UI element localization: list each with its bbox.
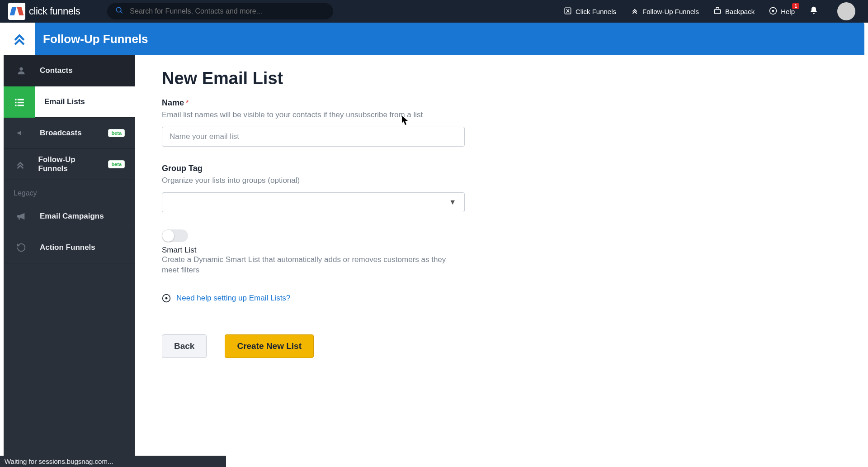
help-icon bbox=[769, 7, 777, 16]
top-bar: click funnels Click Funnels Follow-Up Fu… bbox=[0, 0, 868, 23]
sidebar-followup-label: Follow-Up Funnels bbox=[38, 155, 100, 173]
nav-backpack[interactable]: Backpack bbox=[713, 7, 755, 16]
notifications-bell-icon[interactable] bbox=[809, 6, 818, 17]
sidebar-item-contacts[interactable]: Contacts bbox=[4, 55, 135, 86]
svg-rect-4 bbox=[15, 99, 16, 100]
svg-rect-6 bbox=[15, 101, 16, 103]
sidebar-item-followup[interactable]: Follow-Up Funnels beta bbox=[4, 149, 135, 180]
page-header-title: Follow-Up Funnels bbox=[43, 32, 148, 46]
page-title: New Email List bbox=[162, 69, 605, 88]
button-row: Back Create New List bbox=[162, 334, 605, 358]
user-icon bbox=[14, 66, 29, 76]
name-input[interactable] bbox=[162, 127, 465, 147]
svg-point-2 bbox=[772, 10, 774, 12]
svg-rect-9 bbox=[17, 105, 24, 106]
chevrons-up-icon bbox=[14, 159, 28, 169]
group-tag-label: Group Tag bbox=[162, 164, 203, 173]
svg-point-11 bbox=[165, 297, 168, 299]
sidebar: Contacts Email Lists Broadcasts beta Fol… bbox=[4, 55, 135, 467]
field-group-tag: Group Tag Organize your lists into group… bbox=[162, 164, 605, 212]
group-tag-help: Organize your lists into groups (optiona… bbox=[162, 176, 605, 185]
chevrons-up-icon bbox=[631, 7, 639, 16]
content: New Email List Name* Email list names wi… bbox=[135, 55, 632, 467]
search-box[interactable] bbox=[107, 3, 333, 19]
bullhorn-icon bbox=[14, 211, 29, 221]
create-button[interactable]: Create New List bbox=[225, 334, 314, 358]
svg-rect-7 bbox=[17, 101, 24, 103]
name-label: Name bbox=[162, 98, 184, 108]
sidebar-contacts-label: Contacts bbox=[40, 66, 73, 75]
help-badge: 1 bbox=[792, 3, 799, 9]
nav-clickfunnels[interactable]: Click Funnels bbox=[564, 7, 616, 16]
search-input[interactable] bbox=[130, 7, 325, 15]
beta-badge: beta bbox=[108, 129, 125, 137]
svg-rect-5 bbox=[17, 99, 24, 100]
nav-backpack-label: Backpack bbox=[725, 8, 755, 15]
clickfunnels-icon bbox=[564, 7, 572, 16]
sidebar-email-campaigns-label: Email Campaigns bbox=[40, 212, 104, 221]
svg-rect-8 bbox=[15, 105, 16, 106]
sidebar-item-action-funnels[interactable]: Action Funnels bbox=[4, 232, 135, 263]
sidebar-item-email-lists[interactable]: Email Lists bbox=[4, 86, 135, 118]
main: Contacts Email Lists Broadcasts beta Fol… bbox=[4, 55, 868, 467]
field-smart-list: Smart List Create a Dynamic Smart List t… bbox=[162, 229, 605, 276]
name-help: Email list names will be visible to your… bbox=[162, 110, 605, 119]
header-home-button[interactable] bbox=[4, 23, 35, 55]
field-name: Name* Email list names will be visible t… bbox=[162, 98, 605, 147]
sidebar-broadcasts-label: Broadcasts bbox=[40, 129, 82, 138]
brand-text: click funnels bbox=[29, 5, 80, 17]
sidebar-action-funnels-label: Action Funnels bbox=[40, 243, 95, 252]
user-avatar[interactable] bbox=[837, 2, 855, 20]
brand-logo[interactable]: click funnels bbox=[8, 3, 80, 20]
nav-clickfunnels-label: Click Funnels bbox=[576, 8, 616, 15]
megaphone-icon bbox=[14, 128, 29, 138]
smart-list-desc: Create a Dynamic Smart List that automat… bbox=[162, 255, 451, 276]
help-link-row: Need help setting up Email Lists? bbox=[162, 294, 605, 303]
sidebar-email-lists-label: Email Lists bbox=[44, 97, 85, 106]
status-bar: Waiting for sessions.bugsnag.com... bbox=[0, 456, 226, 467]
list-icon bbox=[4, 86, 35, 118]
required-indicator: * bbox=[186, 99, 189, 107]
group-tag-select[interactable]: ▼ bbox=[162, 192, 465, 212]
brand-icon bbox=[8, 3, 25, 20]
caret-down-icon: ▼ bbox=[449, 198, 456, 206]
page-header: Follow-Up Funnels bbox=[4, 23, 864, 55]
sidebar-item-email-campaigns[interactable]: Email Campaigns bbox=[4, 201, 135, 232]
sidebar-legacy-heading: Legacy bbox=[4, 180, 135, 201]
nav-followup-label: Follow-Up Funnels bbox=[642, 8, 699, 15]
toggle-knob bbox=[162, 230, 174, 242]
nav-followup[interactable]: Follow-Up Funnels bbox=[631, 7, 699, 16]
smart-list-label: Smart List bbox=[162, 246, 605, 255]
svg-point-3 bbox=[19, 67, 23, 71]
back-button[interactable]: Back bbox=[162, 334, 207, 358]
help-link[interactable]: Need help setting up Email Lists? bbox=[176, 294, 290, 303]
help-circle-icon bbox=[162, 294, 171, 303]
smart-list-toggle[interactable] bbox=[162, 229, 188, 242]
top-nav: Click Funnels Follow-Up Funnels Backpack… bbox=[564, 2, 855, 20]
chevrons-up-icon bbox=[12, 30, 27, 48]
beta-badge: beta bbox=[108, 160, 125, 168]
nav-help[interactable]: Help 1 bbox=[769, 7, 795, 16]
backpack-icon bbox=[713, 7, 722, 16]
history-icon bbox=[14, 243, 29, 253]
search-icon bbox=[115, 6, 123, 16]
sidebar-item-broadcasts[interactable]: Broadcasts beta bbox=[4, 118, 135, 149]
